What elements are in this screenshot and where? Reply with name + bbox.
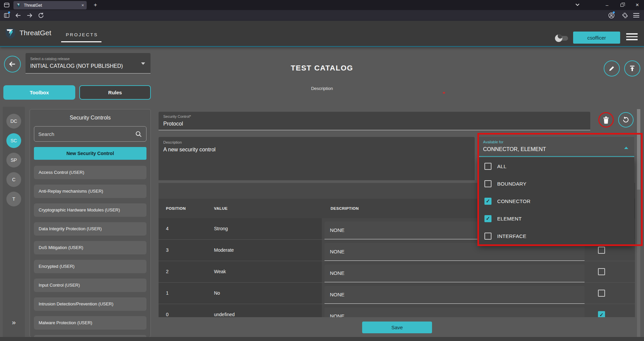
option-label: ELEMENT [497, 216, 522, 222]
description-select[interactable]: NONE [325, 243, 585, 261]
nav-item-projects[interactable]: PROJECTS [66, 32, 98, 37]
sidebar-toggle-icon[interactable] [3, 12, 10, 19]
app-name: ThreatGet [19, 29, 51, 37]
option-checkbox[interactable] [484, 215, 491, 222]
cell-position: 1 [166, 283, 169, 304]
cell-position: 0 [166, 304, 169, 317]
list-item[interactable]: Cryptographic Hardware Modules (USER) [34, 203, 146, 217]
browser-menu-icon[interactable] [633, 13, 639, 17]
option-checkbox[interactable] [484, 163, 491, 170]
option-label: CONNECTOR [497, 198, 530, 204]
available-for-select[interactable]: Available for CONNECTOR, ELEMENT [478, 137, 634, 157]
browser-window: ThreatGet × + – × [0, 0, 644, 341]
rail-expand-icon[interactable]: » [3, 318, 25, 326]
description-select-value: NONE [330, 270, 344, 276]
search-icon[interactable] [135, 131, 142, 138]
account-icon[interactable] [608, 12, 615, 19]
rail-item[interactable]: C [6, 172, 21, 187]
description-select[interactable]: NONE [325, 307, 585, 317]
back-button[interactable] [15, 12, 22, 19]
name-field-value: Protocol [163, 121, 183, 127]
list-item[interactable]: Access Control (USER) [34, 166, 146, 179]
theme-toggle[interactable] [556, 36, 568, 41]
row-left-zone [159, 261, 322, 282]
window-close-button[interactable]: × [632, 0, 643, 10]
rail-item[interactable]: T [6, 192, 21, 206]
window-restore-button[interactable] [616, 0, 628, 10]
delete-trash-button[interactable] [602, 116, 610, 125]
row-checkbox[interactable] [598, 247, 605, 254]
dropdown-option[interactable]: ALL [478, 157, 634, 175]
search-input[interactable] [34, 127, 132, 141]
cell-position: 3 [166, 240, 169, 261]
app-menu-icon[interactable] [626, 33, 638, 40]
option-checkbox[interactable] [484, 198, 491, 205]
row-checkbox[interactable] [598, 290, 605, 297]
list-item[interactable]: Malware Protection (USER) [34, 316, 146, 330]
edit-pencil-button[interactable] [604, 60, 620, 77]
description-select-value: NONE [330, 227, 344, 233]
cell-value: Weak [214, 261, 226, 282]
annotation-mark [443, 92, 445, 94]
tab-close-icon[interactable]: × [81, 3, 84, 8]
row-checkbox[interactable] [598, 268, 605, 275]
forward-button[interactable] [26, 12, 33, 19]
cell-value: No [214, 283, 220, 304]
description-field[interactable]: Description A new security control [159, 137, 475, 180]
description-select[interactable]: NONE [325, 286, 585, 304]
dropdown-option[interactable]: ELEMENT [478, 210, 634, 227]
tab-title: ThreatGet [24, 3, 42, 8]
browser-nav-bar: http://localhost:4200/#/catalogs/24ed53b… [0, 10, 644, 21]
page-bottom-edge [0, 337, 644, 341]
option-checkbox[interactable] [484, 180, 491, 187]
rail-item[interactable]: SP [6, 153, 21, 167]
tab-list-chevron-icon[interactable] [575, 3, 580, 6]
rail-item[interactable]: SC [6, 133, 21, 148]
rail-item[interactable]: DC [6, 114, 21, 129]
list-item[interactable]: Intrusion Detection/Prevention (USER) [34, 297, 146, 311]
description-field-label: Description [163, 140, 182, 144]
scrollbar-thumb[interactable] [637, 109, 640, 190]
cell-value: Moderate [214, 240, 234, 261]
security-control-name-field[interactable]: Security Control* Protocol [159, 112, 590, 130]
list-item[interactable]: Encrypted (USER) [34, 260, 146, 273]
description-select-value: NONE [330, 292, 344, 297]
row-left-zone [159, 240, 322, 261]
release-label: Select a catalog release [30, 57, 70, 61]
list-item[interactable]: Data Integrity Protection (USER) [34, 222, 146, 236]
list-item[interactable]: DoS Mitigation (USER) [34, 241, 146, 254]
rail-item-label: SP [11, 157, 17, 163]
dropdown-option[interactable]: INTERFACE [478, 227, 634, 245]
table-row: 1 No NONE [159, 283, 635, 304]
extensions-icon[interactable] [621, 12, 628, 18]
browser-tab[interactable]: ThreatGet × [13, 1, 87, 9]
new-security-control-button[interactable]: New Security Control [34, 147, 146, 160]
user-button[interactable]: csofficer [573, 32, 620, 44]
reload-button[interactable] [38, 12, 44, 19]
new-tab-button[interactable]: + [91, 1, 99, 9]
publish-upload-button[interactable] [624, 60, 640, 77]
panel-title: Security Controls [30, 115, 151, 121]
reset-button[interactable] [618, 112, 634, 128]
scrollbar-track[interactable] [637, 109, 640, 337]
rail-item-label: SC [10, 138, 17, 143]
option-checkbox[interactable] [484, 233, 491, 240]
option-label: ALL [497, 163, 507, 169]
table-row: 0 undefined NONE [159, 304, 635, 317]
save-button[interactable]: Save [362, 322, 432, 333]
tab-toolbox[interactable]: Toolbox [3, 85, 75, 100]
list-item[interactable]: Anti-Replay mechanisms (USER) [34, 185, 146, 198]
row-checkbox[interactable] [598, 311, 605, 317]
rail-item-label: T [12, 196, 15, 202]
firefox-view-icon[interactable] [3, 2, 10, 8]
cell-position: 4 [166, 218, 169, 239]
row-left-zone [159, 283, 322, 304]
header-value: VALUE [214, 199, 228, 218]
moon-icon [555, 35, 562, 42]
description-select[interactable]: NONE [325, 264, 585, 282]
tab-rules[interactable]: Rules [79, 85, 151, 100]
dropdown-option[interactable]: CONNECTOR [478, 192, 634, 210]
window-minimize-button[interactable]: – [601, 0, 613, 10]
list-item[interactable]: Input Control (USER) [34, 279, 146, 292]
dropdown-option[interactable]: BOUNDARY [478, 175, 634, 192]
